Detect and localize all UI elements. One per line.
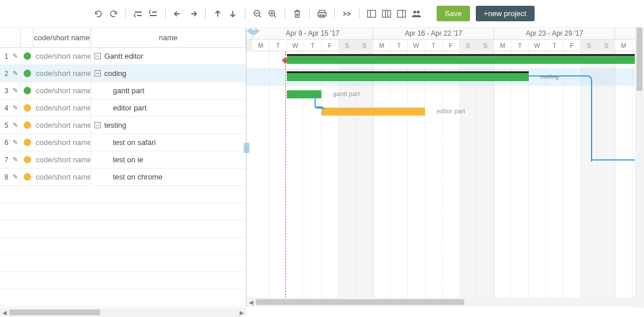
task-code[interactable]: code/short name: [33, 169, 91, 185]
insert-above-icon[interactable]: [132, 7, 145, 20]
task-code[interactable]: code/short name: [33, 48, 91, 64]
redo-icon[interactable]: [107, 7, 120, 20]
status-dot: [21, 52, 33, 60]
save-button[interactable]: Save: [437, 6, 470, 21]
scroll-right-icon[interactable]: ▶: [237, 310, 247, 316]
week-header: Apr 16 - Apr 22 '17: [373, 28, 494, 40]
status-dot: [21, 70, 33, 77]
svg-rect-3: [318, 13, 326, 16]
splitter-handle[interactable]: ⋮: [244, 143, 249, 153]
task-row[interactable]: 6✎code/short nametest on safari: [0, 134, 246, 151]
task-code[interactable]: code/short name: [33, 117, 91, 133]
edit-icon[interactable]: ✎: [13, 173, 21, 181]
svg-rect-5: [368, 10, 376, 17]
edit-icon[interactable]: ✎: [13, 52, 21, 60]
edit-icon[interactable]: ✎: [13, 104, 21, 112]
day-header: T: [391, 40, 408, 51]
task-row[interactable]: 5✎code/short name−testing: [0, 117, 246, 134]
row-index: 4: [0, 104, 13, 112]
svg-rect-7: [397, 10, 406, 17]
vscrollbar[interactable]: [635, 28, 644, 308]
gantt-body[interactable]: codinggantt parteditor part: [247, 51, 644, 307]
timeline-zoom-handle[interactable]: [247, 28, 263, 36]
scroll-left-icon[interactable]: ◀: [247, 299, 256, 305]
day-header: T: [546, 40, 563, 51]
edit-icon[interactable]: ✎: [13, 139, 21, 146]
task-code[interactable]: code/short name: [33, 151, 91, 168]
day-header: F: [321, 40, 339, 51]
task-row[interactable]: 7✎code/short nametest on ie: [0, 151, 246, 169]
split-left-icon[interactable]: [365, 7, 378, 20]
svg-point-8: [414, 10, 416, 13]
scroll-left-icon[interactable]: ◀: [0, 310, 9, 316]
task-row[interactable]: 2✎code/short name−coding: [0, 65, 246, 82]
task-name-cell[interactable]: test on safari: [91, 138, 246, 147]
day-header: T: [270, 40, 287, 51]
new-project-button[interactable]: +new project: [476, 6, 535, 21]
task-row[interactable]: 4✎code/short nameeditor part: [0, 100, 246, 117]
collapse-icon[interactable]: −: [94, 70, 101, 77]
gantt-bar[interactable]: [287, 73, 529, 81]
task-name-cell[interactable]: −testing: [91, 121, 246, 129]
split-right-icon[interactable]: [395, 7, 408, 20]
indent-icon[interactable]: [187, 7, 199, 20]
print-icon[interactable]: [316, 7, 328, 20]
undo-icon[interactable]: [92, 7, 105, 20]
task-name-cell[interactable]: −Gantt editor: [91, 52, 246, 60]
task-name-cell[interactable]: −coding: [91, 69, 246, 78]
collapse-icon[interactable]: −: [94, 53, 101, 59]
dependency-link: [529, 75, 592, 162]
task-row[interactable]: 8✎code/short nametest on chrome: [0, 169, 246, 186]
task-name: test on chrome: [113, 173, 162, 181]
delete-icon[interactable]: [291, 7, 304, 20]
task-name: coding: [104, 69, 126, 78]
split-center-icon[interactable]: [380, 7, 393, 20]
task-name-cell[interactable]: test on chrome: [91, 173, 246, 181]
edit-icon[interactable]: ✎: [13, 87, 21, 94]
gantt-bar[interactable]: [321, 108, 425, 116]
grid-hscrollbar[interactable]: ◀ ▶: [0, 308, 247, 317]
edit-icon[interactable]: ✎: [13, 121, 21, 129]
task-row[interactable]: 3✎code/short namegantt part: [0, 82, 246, 100]
move-down-icon[interactable]: [226, 7, 239, 20]
col-code-header[interactable]: code/short name: [33, 28, 91, 47]
day-header: F: [442, 40, 460, 51]
col-name-header[interactable]: name: [91, 28, 246, 47]
gantt-bar[interactable]: [287, 56, 644, 64]
day-header: T: [512, 40, 529, 51]
status-dot: [21, 87, 33, 94]
day-header: T: [425, 40, 442, 51]
move-up-icon[interactable]: [211, 7, 224, 20]
edit-icon[interactable]: ✎: [13, 70, 21, 77]
critical-path-icon[interactable]: [340, 7, 353, 20]
task-name-cell[interactable]: editor part: [91, 104, 246, 112]
outdent-icon[interactable]: [172, 7, 184, 20]
task-name: testing: [104, 121, 126, 129]
resources-icon[interactable]: [410, 7, 423, 20]
task-code[interactable]: code/short name: [33, 100, 91, 116]
day-header: S: [460, 40, 477, 51]
task-row[interactable]: 1✎code/short name−Gantt editor: [0, 48, 246, 65]
zoom-out-icon[interactable]: [251, 7, 264, 20]
gantt-hscrollbar[interactable]: ◀ ▶: [247, 297, 644, 307]
status-dot: [21, 173, 33, 181]
task-name: test on ie: [113, 155, 143, 164]
insert-below-icon[interactable]: [147, 7, 160, 20]
task-name: test on safari: [113, 138, 156, 147]
day-header: S: [477, 40, 494, 51]
day-header: M: [252, 40, 270, 51]
task-rows: 1✎code/short name−Gantt editor2✎code/sho…: [0, 48, 246, 307]
week-header: Apr 23 - Apr 29 '17: [494, 28, 615, 40]
status-dot: [21, 139, 33, 146]
collapse-icon[interactable]: −: [94, 122, 101, 128]
task-code[interactable]: code/short name: [33, 65, 91, 82]
task-name-cell[interactable]: test on ie: [91, 155, 246, 164]
task-grid-header: code/short name name: [0, 28, 246, 48]
zoom-in-icon[interactable]: [266, 7, 279, 20]
task-name-cell[interactable]: gantt part: [91, 86, 246, 95]
status-dot: [21, 104, 33, 112]
edit-icon[interactable]: ✎: [13, 156, 21, 163]
task-code[interactable]: code/short name: [33, 134, 91, 151]
task-code[interactable]: code/short name: [33, 82, 91, 99]
task-name: Gantt editor: [104, 52, 143, 60]
